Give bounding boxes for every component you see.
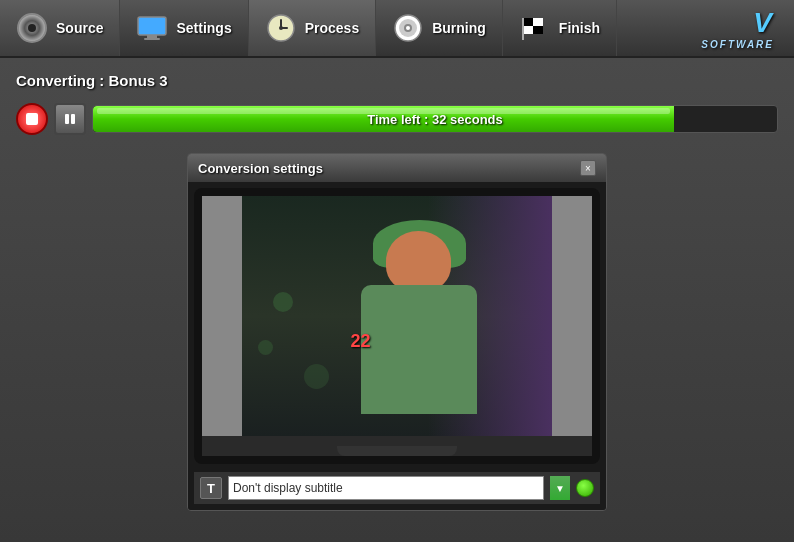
main-content: Converting : Bonus 3 Time left : 32 seco… bbox=[0, 58, 794, 542]
video-content: 22 bbox=[242, 196, 552, 436]
conversion-settings-window: Conversion settings × bbox=[187, 153, 607, 511]
conversion-settings-titlebar: Conversion settings × bbox=[188, 154, 606, 182]
stop-button[interactable] bbox=[16, 103, 48, 135]
nav-item-settings[interactable]: Settings bbox=[120, 0, 248, 56]
conversion-settings-body: 22 T Don't display subtitle bbox=[188, 182, 606, 510]
number-badge: 22 bbox=[351, 331, 371, 352]
converting-label: Converting : Bonus 3 bbox=[16, 72, 778, 89]
decoration bbox=[304, 364, 329, 389]
tv-monitor: 22 bbox=[194, 188, 600, 464]
brand-sub: SOFTWARE bbox=[701, 39, 774, 50]
top-navigation: Source Settings Process bbox=[0, 0, 794, 58]
progress-area: Time left : 32 seconds bbox=[16, 103, 778, 135]
nav-item-burning[interactable]: Burning bbox=[376, 0, 503, 56]
svg-rect-2 bbox=[144, 38, 160, 40]
progress-bar-container: Time left : 32 seconds bbox=[92, 105, 778, 133]
conversion-settings-title: Conversion settings bbox=[198, 161, 323, 176]
svg-point-6 bbox=[279, 26, 283, 30]
person-head bbox=[386, 231, 451, 291]
tv-left-bar bbox=[202, 196, 242, 436]
nav-source-label: Source bbox=[56, 20, 103, 36]
subtitle-bar: T Don't display subtitle ▼ bbox=[194, 472, 600, 504]
svg-rect-12 bbox=[533, 18, 543, 26]
nav-item-finish[interactable]: Finish bbox=[503, 0, 617, 56]
nav-burning-label: Burning bbox=[432, 20, 486, 36]
svg-rect-17 bbox=[65, 114, 69, 124]
pause-button[interactable] bbox=[54, 103, 86, 135]
flag-icon bbox=[519, 12, 551, 44]
nav-item-process[interactable]: Process bbox=[249, 0, 376, 56]
svg-rect-14 bbox=[533, 26, 543, 34]
decoration bbox=[273, 292, 293, 312]
person-figure bbox=[335, 220, 506, 436]
decoration bbox=[258, 340, 273, 355]
subtitle-green-indicator bbox=[576, 479, 594, 497]
nav-settings-label: Settings bbox=[176, 20, 231, 36]
svg-rect-11 bbox=[523, 18, 533, 26]
nav-item-source[interactable]: Source bbox=[0, 0, 120, 56]
brand-letter: V bbox=[701, 7, 774, 39]
svg-rect-0 bbox=[138, 17, 166, 35]
time-left-label: Time left : 32 seconds bbox=[93, 112, 777, 127]
subtitle-dropdown-arrow[interactable]: ▼ bbox=[550, 476, 570, 500]
monitor-icon bbox=[136, 12, 168, 44]
nav-finish-label: Finish bbox=[559, 20, 600, 36]
svg-point-10 bbox=[406, 26, 410, 30]
nav-process-label: Process bbox=[305, 20, 359, 36]
tv-base bbox=[337, 446, 457, 456]
vso-logo: V SOFTWARE bbox=[689, 7, 786, 50]
subtitle-t-icon: T bbox=[200, 477, 222, 499]
subtitle-value: Don't display subtitle bbox=[233, 481, 343, 495]
svg-rect-16 bbox=[26, 113, 38, 125]
tv-stand bbox=[202, 436, 592, 456]
tv-screen: 22 bbox=[202, 196, 592, 436]
dvd-icon bbox=[16, 12, 48, 44]
svg-rect-18 bbox=[71, 114, 75, 124]
clock-icon bbox=[265, 12, 297, 44]
subtitle-select[interactable]: Don't display subtitle bbox=[228, 476, 544, 500]
tv-video-area: 22 bbox=[242, 196, 552, 436]
svg-rect-1 bbox=[147, 35, 157, 38]
preview-container: Conversion settings × bbox=[16, 153, 778, 511]
close-button[interactable]: × bbox=[580, 160, 596, 176]
person-body bbox=[361, 285, 477, 415]
tv-right-bar bbox=[552, 196, 592, 436]
svg-rect-13 bbox=[523, 26, 533, 34]
disc-icon bbox=[392, 12, 424, 44]
